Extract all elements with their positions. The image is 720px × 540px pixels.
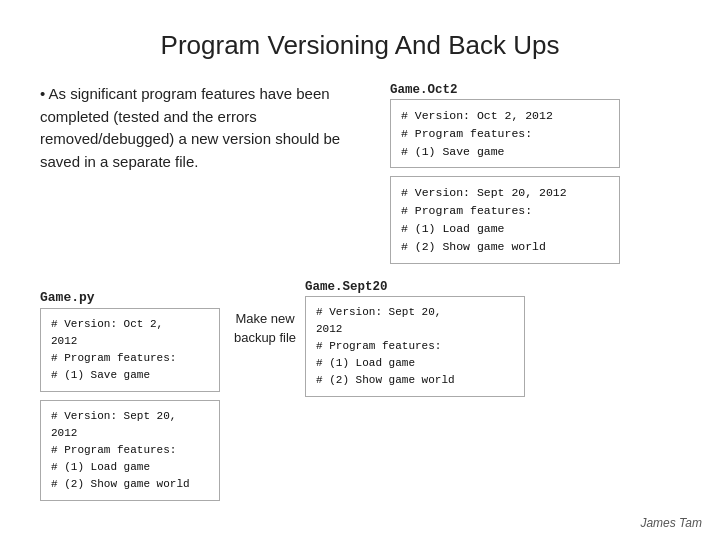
bullet-point: • As significant program features have b…	[40, 83, 380, 173]
game-oct2-code-box: # Version: Oct 2, 2012 # Program feature…	[390, 99, 620, 168]
bullet-symbol: •	[40, 85, 49, 102]
game-py-bottom-code: # Version: Sept 20, 2012 # Program featu…	[40, 400, 220, 501]
game-sept20-code-box: # Version: Sept 20, 2012 # Program featu…	[305, 296, 525, 397]
make-new-backup-label: Make new backup file	[225, 280, 305, 348]
bullet-text: As significant program features have bee…	[40, 85, 340, 170]
slide-title: Program Versioning And Back Ups	[40, 30, 680, 61]
game-oct2-label: Game.Oct2	[390, 83, 620, 97]
game-py-label: Game.py	[40, 290, 225, 305]
game-sept20-section: Game.Sept20 # Version: Sept 20, 2012 # P…	[305, 280, 680, 405]
game-py-section: Game.py # Version: Oct 2, 2012 # Program…	[40, 280, 225, 509]
game-oct2-sept20-code-box: # Version: Sept 20, 2012 # Program featu…	[390, 176, 620, 263]
slide: Program Versioning And Back Ups • As sig…	[0, 0, 720, 540]
author-label: James Tam	[640, 516, 702, 530]
game-py-top-code: # Version: Oct 2, 2012 # Program feature…	[40, 308, 220, 392]
game-sept20-label: Game.Sept20	[305, 280, 680, 294]
